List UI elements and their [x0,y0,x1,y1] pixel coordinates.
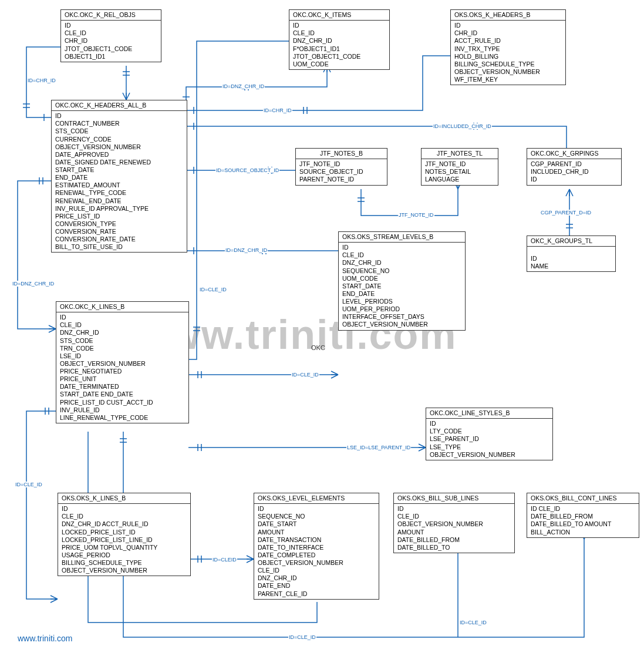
column-row: LANGUAGE [425,176,494,183]
column-row: LEVEL_PERIODS [342,298,461,305]
column-row: INTERFACE_OFFSET_DAYS [342,313,461,321]
column-row: PARENT_CLE_ID [258,590,375,598]
entity-okc-k-headers-all-b: OKC.OKC_K_HEADERS_ALL_B IDCONTRACT_NUMBE… [51,100,187,253]
entity-oks-k-headers-b: OKS.OKS_K_HEADERS_B IDCHR_IDACCT_RULE_ID… [450,9,566,85]
column-row: OBJECT1_ID1 [65,53,157,60]
column-row: INV_RULE_ID [60,406,185,414]
column-row: OBJECT_VERSION_NUMBER [430,451,549,459]
column-row: DNZ_CHR_ID [293,37,386,45]
column-row: CLE_ID [342,251,461,259]
column-row: UOM_CODE [293,60,386,68]
entity-title: OKC.OKC_K_REL_OBJS [61,10,161,21]
column-row: LINE_RENEWAL_TYPE_CODE [60,414,185,422]
column-row: STS_CODE [55,127,183,135]
column-row: INCLUDED_CHR_ID [531,168,618,176]
entity-body: IDNAME [527,247,615,271]
conn-label: ID=INCLUDED_CHR_ID [433,123,492,129]
column-row: ID [258,505,375,513]
entity-jtf-notes-tl: JTF_NOTES_TL JTF_NOTE_IDNOTES_DETAILLANG… [421,148,498,186]
column-row: DATE_SIGNED DATE_RENEWED [55,159,183,166]
entity-okc-k-grpings: OKC.OKC_K_GRPINGS CGP_PARENT_IDINCLUDED_… [527,148,622,186]
column-row: USAGE_PERIOD [62,551,187,559]
column-row: NAME [531,263,612,270]
entity-body: IDCLE_IDDNZ_CHR_IDF*OBJECT1_ID1JTOT_OBJE… [289,21,389,69]
column-row: ID [454,22,562,29]
entity-body: IDCONTRACT_NUMBERSTS_CODECURRENCY_CODEOB… [52,111,187,252]
column-row: CGP_PARENT_ID [531,160,618,168]
column-row: JTF_NOTE_ID [299,160,383,168]
conn-label: ID=DNZ_CHR_ID [12,281,55,287]
entity-title: JTF_NOTES_TL [422,149,498,159]
column-row: RENEWAL_TYPE_CODE [55,189,183,197]
column-row: DNZ_CHR_ID ACCT_RULE_ID [62,520,187,528]
conn-label: ID=CLE_ID [291,372,319,378]
entity-title: OKS.OKS_STREAM_LEVELS_B [339,232,465,243]
column-row: OBJECT_VERSION_NUMBER [454,68,562,76]
column-row: DATE_END [258,582,375,590]
column-row: STS_CODE [60,337,185,345]
column-row: SEQUENCE_NO [342,267,461,275]
column-row: END_DATE [342,290,461,298]
entity-title: OKC_K_GROUPS_TL [527,236,615,247]
column-row: CLE_ID [293,29,386,37]
column-row: DATE_BILLED_FROM [531,513,635,520]
entity-oks-bill-cont-lines: OKS.OKS_BILL_CONT_LINES ID CLE_IDDATE_BI… [527,493,639,538]
column-row: ID [430,420,549,428]
column-row: DATE_BILLED_TO AMOUNT [531,520,635,528]
column-row: OBJECT_VERSION_NUMBER [342,321,461,328]
column-row: ID [293,22,386,29]
column-row: OBJECT_VERSION_NUMBER [60,360,185,368]
conn-label: LSE_ID=LSE_PARENT_ID [346,445,411,450]
footer-link[interactable]: www.triniti.com [18,634,72,643]
column-row: DNZ_CHR_ID [60,329,185,337]
column-row: PRICE_NEGOTIATED [60,368,185,375]
entity-title: OKC.OKC_K_LINES_B [56,302,188,312]
column-row: JTF_NOTE_ID [425,160,494,168]
entity-body: IDSEQUENCE_NODATE_STARTAMOUNTDATE_TRANSA… [254,504,379,599]
entity-body: ID CLE_IDDATE_BILLED_FROMDATE_BILLED_TO … [527,504,639,537]
column-row: OBJECT_VERSION_NUMBER [55,143,183,151]
entity-oks-level-elements: OKS.OKS_LEVEL_ELEMENTS IDSEQUENCE_NODATE… [254,493,379,600]
entity-oks-k-lines-b: OKS.OKS_K_LINES_B IDCLE_IDDNZ_CHR_ID ACC… [58,493,191,576]
column-row: HOLD_BILLING [454,53,562,60]
entity-title: OKS.OKS_K_LINES_B [58,493,190,504]
column-row: BILLING_SCHEDULE_TYPE [454,60,562,68]
conn-label: ID=CLE_ID [15,482,43,487]
column-row: UOM_PER_PERIOD [342,305,461,313]
entity-body: IDCLE_IDDNZ_CHR_ID ACCT_RULE_IDLOCKED_PR… [58,504,190,576]
column-row: ESTIMATED_AMOUNT [55,181,183,189]
entity-title: OKS.OKS_K_HEADERS_B [451,10,565,21]
column-row: OBJECT_VERSION_NUMBER [397,520,511,528]
column-row: SEQUENCE_NO [258,513,375,520]
entity-title: OKC.OKC_K_GRPINGS [527,149,621,159]
entity-body: IDCLE_IDOBJECT_VERSION_NUMBERAMOUNTDATE_… [394,504,514,553]
column-row: ID [397,505,511,513]
column-row: INV_TRX_TYPE [454,45,562,53]
column-row: DATE_START [258,520,375,528]
column-row: END_DATE [55,174,183,181]
entity-oks-bill-sub-lines: OKS.OKS_BILL_SUB_LINES IDCLE_IDOBJECT_VE… [393,493,515,553]
entity-body: IDCLE_IDCHR_IDJTOT_OBJECT1_CODEOBJECT1_I… [61,21,161,62]
column-row: PRICE_UOM TOPLVL_QUANTITY [62,544,187,551]
entity-title: OKS.OKS_LEVEL_ELEMENTS [254,493,379,504]
column-row: LSE_TYPE [430,443,549,451]
entity-okc-k-rel-objs: OKC.OKC_K_REL_OBJS IDCLE_IDCHR_IDJTOT_OB… [60,9,161,62]
column-row: LSE_PARENT_ID [430,435,549,443]
column-row: SOURCE_OBJECT_ID [299,168,383,176]
column-row: BILL_TO_SITE_USE_ID [55,243,183,251]
column-row: TRN_CODE [60,345,185,352]
entity-body: IDLTY_CODELSE_PARENT_IDLSE_TYPEOBJECT_VE… [426,419,552,460]
column-row: DATE_APPROVED [55,151,183,159]
column-row: CURRENCY_CODE [55,136,183,143]
column-row: JTOT_OBJECT1_CODE [293,53,386,60]
entity-body: IDCHR_IDACCT_RULE_IDINV_TRX_TYPEHOLD_BIL… [451,21,565,85]
column-row: CLE_ID [60,321,185,329]
column-row: CONVERSION_TYPE [55,220,183,228]
entity-okc-k-groups-tl: OKC_K_GROUPS_TL IDNAME [527,235,616,272]
column-row: DATE_BILLED_TO [397,544,511,551]
column-row: ID [55,112,183,120]
entity-okc-k-lines-b: OKC.OKC_K_LINES_B IDCLE_IDDNZ_CHR_IDSTS_… [56,301,189,423]
column-row: PARENT_NOTE_ID [299,176,383,183]
entity-okc-line-styles-b: OKC.OKC_LINE_STYLES_B IDLTY_CODELSE_PARE… [426,408,553,460]
conn-label: JTF_NOTE_ID [398,212,434,218]
